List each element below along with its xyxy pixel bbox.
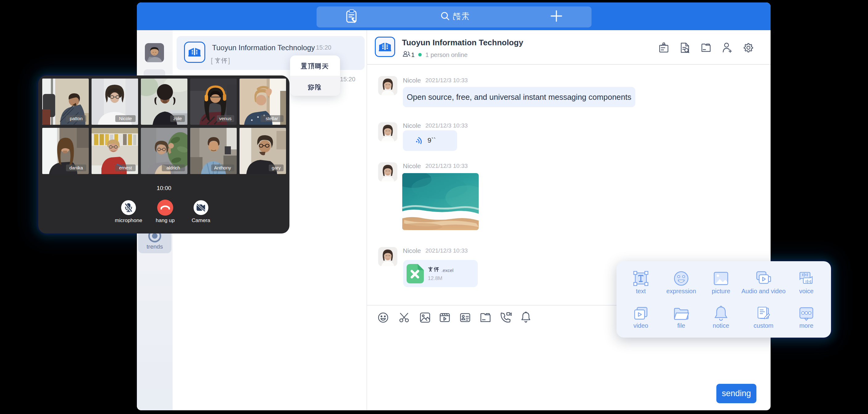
svg-text:zole: zole: [173, 116, 182, 121]
svg-text:Nicole: Nicole: [119, 116, 132, 121]
svg-text:gary: gary: [272, 165, 281, 170]
svg-text:stellar: stellar: [266, 116, 278, 121]
svg-text:aldrich: aldrich: [166, 165, 180, 170]
svg-text:ernest: ernest: [119, 165, 132, 170]
svg-text:danika: danika: [69, 165, 83, 170]
svg-text:venus: venus: [219, 116, 231, 121]
svg-text:Anthony: Anthony: [214, 165, 231, 170]
svg-text:patton: patton: [70, 116, 83, 121]
